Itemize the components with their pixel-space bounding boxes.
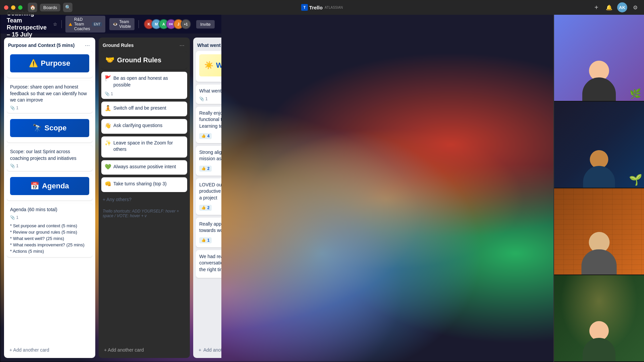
ground-rules-header-card[interactable]: 🤝 Ground Rules <box>101 51 187 69</box>
scope-header-card[interactable]: 🔭 Scope <box>7 116 93 142</box>
agenda-item-4: * What needs improvement? (25 mins) <box>10 242 89 248</box>
agenda-items: * Set purpose and context (5 mins) * Rev… <box>10 223 89 254</box>
video-panel: 🌿 🌱 <box>553 15 644 362</box>
wwwell-votes-4: 👍 1 <box>199 237 212 243</box>
traffic-lights <box>4 5 22 10</box>
column-purpose: Purpose and Context (5 mins) ··· ⚠️ Purp… <box>4 38 95 358</box>
user-avatar[interactable]: AK <box>617 2 627 12</box>
agenda-header-card[interactable]: 📅 Agenda <box>7 174 93 200</box>
thumb-icon: 👍 <box>201 134 206 138</box>
wwwell-emoji: ☀️ <box>204 61 213 70</box>
agenda-emoji: 📅 <box>30 182 39 190</box>
home-icon[interactable]: 🏠 <box>28 3 37 12</box>
titlebar-center: T Trello ATLASSIAN <box>301 4 343 11</box>
purpose-text-card[interactable]: Purpose: share open and honest feedback … <box>7 80 93 113</box>
wwwell-header-card[interactable]: ☀️ What went well? <box>196 51 221 82</box>
scope-content: Scope: our last Sprint across coaching p… <box>10 148 89 162</box>
ent-badge: ENT <box>92 22 102 26</box>
boards-label: Boards <box>43 5 57 10</box>
ground-rules-header-image: 🤝 Ground Rules <box>105 56 183 64</box>
rule-emoji-1: 🚩 <box>105 75 111 81</box>
rule-emoji-4: ✨ <box>105 140 111 146</box>
person-body-3 <box>582 249 617 275</box>
purpose-header-image: ⚠️ Purpose <box>10 54 89 72</box>
plant-icon-2: 🌱 <box>629 173 642 186</box>
scope-text-card[interactable]: Scope: our last Sprint across coaching p… <box>7 145 93 171</box>
visibility-icon: 👁️ <box>113 22 118 26</box>
trello-logo: T Trello <box>301 4 323 11</box>
minimize-button[interactable] <box>11 5 15 10</box>
rule-emoji-5: 💚 <box>105 164 111 170</box>
member-avatar-plus: +1 <box>181 19 191 29</box>
agenda-header-image: 📅 Agenda <box>10 177 89 195</box>
rule-card-4[interactable]: ✨ Leave space in the Zoom for others <box>101 136 187 158</box>
titlebar-right: + 🔔 AK ⚙ <box>592 2 640 12</box>
video-tile-4 <box>554 275 644 362</box>
ground-rules-emoji: 🤝 <box>105 56 114 64</box>
wwwell-header-image: ☀️ What went well? <box>199 54 221 76</box>
video-tile-3 <box>554 188 644 275</box>
purpose-cards: ⚠️ Purpose Purpose: share open and hones… <box>7 51 93 344</box>
column-wwwell-title: What went well? (10 mins) <box>197 42 221 48</box>
rule-card-5[interactable]: 💚 Always assume positive intent <box>101 160 187 175</box>
visibility-label: Team Visible <box>119 19 131 29</box>
ground-rules-add-card[interactable]: + Add another card <box>101 345 187 355</box>
column-ground-rules-menu[interactable]: ··· <box>178 42 186 48</box>
rule-card-2[interactable]: 🧘 Switch off and be present <box>101 102 187 116</box>
wwwell-card-3[interactable]: LOVED our project kickoff – super produc… <box>196 178 221 215</box>
wwwell-card-5[interactable]: We had really productive, but tough conv… <box>196 250 221 278</box>
wwwell-title-1: Really enjoyed working as a cross-functi… <box>199 110 221 130</box>
settings-icon[interactable]: ⚙ <box>631 3 640 12</box>
notification-icon[interactable]: 🔔 <box>604 3 614 12</box>
wwwell-card-0[interactable]: What went well? 📎 1 <box>196 84 221 104</box>
purpose-add-card[interactable]: + Add another card <box>7 345 93 355</box>
search-button[interactable]: 🔍 <box>63 3 72 12</box>
wwwell-votes-2: 👍 2 <box>199 166 212 172</box>
agenda-attach: 📎 1 <box>10 215 18 220</box>
agenda-item-5: * Actions (5 mins) <box>10 248 89 254</box>
wwwell-add-icon: + <box>199 347 201 353</box>
person-body-2 <box>583 166 615 188</box>
team-icon <box>69 23 72 26</box>
wwwell-add-label: Add another card <box>203 347 221 353</box>
rule-emoji-3: 👋 <box>105 122 111 129</box>
purpose-attach: 📎 1 <box>10 106 18 110</box>
add-button[interactable]: + <box>592 3 601 12</box>
wwwell-card-2[interactable]: Strong alignment to our purpose and miss… <box>196 146 221 176</box>
boards-button[interactable]: Boards <box>40 4 60 11</box>
wwwell-card-1[interactable]: Really enjoyed working as a cross-functi… <box>196 107 221 143</box>
titlebar: 🏠 Boards 🔍 T Trello ATLASSIAN + 🔔 AK ⚙ <box>0 0 644 15</box>
invite-button[interactable]: Invite <box>196 20 215 28</box>
video-tile-1: 🌿 <box>554 15 644 102</box>
app-header: Coaching Team Retrospective – 15 July ☆ … <box>0 15 221 34</box>
agenda-item-3: * What went well? (25 mins) <box>10 235 89 242</box>
trello-name: Trello <box>309 5 323 10</box>
close-button[interactable] <box>4 5 8 10</box>
star-icon[interactable]: ☆ <box>53 21 57 27</box>
member-avatars: K M A DK J +1 <box>144 19 191 29</box>
wwwell-card-4[interactable]: Really appreciate everyone's respect tow… <box>196 218 221 247</box>
column-purpose-menu[interactable]: ··· <box>84 42 91 48</box>
fullscreen-button[interactable] <box>18 5 22 10</box>
wwwell-votes-1: 👍 4 <box>199 133 212 139</box>
purpose-header-card[interactable]: ⚠️ Purpose <box>7 51 93 78</box>
wwwell-add-card[interactable]: + Add another card <box>196 345 221 355</box>
wwwell-cards: ☀️ What went well? What went well? 📎 1 R… <box>196 51 221 344</box>
video-tile-2: 🌱 <box>554 102 644 188</box>
column-ground-rules: Ground Rules ··· 🤝 Ground Rules 🚩 Be as … <box>99 38 190 358</box>
rule-card-3[interactable]: 👋 Ask clarifying questions <box>101 119 187 134</box>
rule-text-4: Leave space in the Zoom for others <box>113 140 184 153</box>
wwwell-header-text: What went well? <box>216 61 221 70</box>
scope-meta: 📎 1 <box>10 164 89 168</box>
team-badge-label: R&D Team Coaches <box>74 17 90 31</box>
rule-card-1[interactable]: 🚩 Be as open and honest as possible 📎 1 <box>101 72 187 99</box>
plant-icon-1: 🌿 <box>630 88 641 99</box>
any-others[interactable]: + Any others? <box>101 195 187 204</box>
rule-card-6[interactable]: 👊 Take turns sharing (top 3) <box>101 177 187 192</box>
rule-emoji-2: 🧘 <box>105 105 111 111</box>
scope-header-image: 🔭 Scope <box>10 119 89 137</box>
agenda-text-card[interactable]: Agenda (60 mins total) 📎 1 * Set purpose… <box>7 203 93 257</box>
visibility-badge: 👁️ Team Visible <box>109 18 134 30</box>
column-wwwell-header: What went well? (10 mins) ··· <box>196 41 221 51</box>
board: Purpose and Context (5 mins) ··· ⚠️ Purp… <box>0 34 221 362</box>
